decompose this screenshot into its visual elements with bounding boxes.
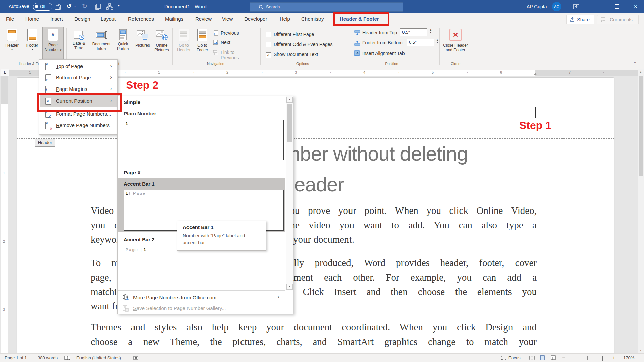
tab-developer[interactable]: Developer [244,16,267,22]
close-header-footer-button[interactable]: × Close Header and Footer [442,27,469,61]
group-label-options: Options [289,62,316,66]
ruler-number: 7 [569,70,571,74]
autosave-state: Off [40,4,45,9]
zoom-out-button[interactable]: − [562,354,565,360]
header-boundary-line [17,138,614,139]
qat-customize-icon[interactable]: ▾ [118,4,120,7]
page-indicator[interactable]: Page 1 of 1 [5,355,27,360]
footer-button[interactable]: Footer ▾ [23,27,42,60]
macro-record-icon[interactable] [133,356,138,360]
different-odd-even-option[interactable]: Different Odd & Even Pages [266,42,271,49]
header-from-top-input[interactable]: 0.5" [400,28,427,36]
goto-footer-label-2: Footer [194,48,211,52]
header-from-top-stepper[interactable]: ▴▾ [430,28,431,34]
scrollbar-thumb[interactable] [639,76,643,176]
footer-from-bottom-input[interactable]: 0.5" [407,39,434,46]
gallery-scrollbar[interactable]: ▴ ▾ [286,96,293,290]
focus-label[interactable]: Focus [508,355,520,360]
copy-icon[interactable] [95,3,101,10]
page-number-button[interactable]: # Page Number ▾ [42,27,64,60]
read-mode-icon[interactable] [529,356,535,360]
scroll-down-icon[interactable]: ▾ [640,349,641,352]
language-indicator[interactable]: English (United States) [76,355,121,360]
close-window-button[interactable]: × [628,0,643,13]
search-input[interactable]: Search [250,2,403,12]
comments-button[interactable]: Comments [597,15,639,24]
gallery-item-accent-bar-2[interactable]: Page | 1 [124,246,281,290]
date-time-label-2: Time [69,46,89,50]
avatar[interactable]: AG [552,2,561,11]
restore-button[interactable] [609,0,625,13]
more-page-numbers-item[interactable]: More Page Numbers from Office.com › [118,293,285,303]
undo-chevron-icon[interactable]: ▾ [74,5,76,8]
header-button-label: Header [3,43,21,48]
footer-from-bottom-stepper[interactable]: ▴▾ [437,39,438,44]
pictures-label: Pictures [134,43,151,48]
ruler-number: 1 [3,171,5,175]
collapse-ribbon-icon[interactable]: ⌃ [633,61,637,66]
proofing-icon[interactable] [64,356,70,360]
word-count[interactable]: 380 words [38,355,58,360]
tab-home[interactable]: Home [25,16,39,22]
menu-item-bottom-of-page[interactable]: # Bottom of Page › [40,72,117,83]
gallery-item-plain-number[interactable]: 1 [124,120,284,160]
tab-design[interactable]: Design [74,16,90,22]
header-button[interactable]: Header ▾ [3,27,21,60]
different-first-page-option[interactable]: Different First Page [266,32,271,39]
paragraph-3: Themes and styles also help keep your do… [91,322,537,353]
online-pictures-button[interactable]: Online Pictures [153,27,170,60]
link-to-previous-icon [213,50,219,56]
show-document-text-option[interactable]: ✓ Show Document Text [266,52,271,58]
tab-mailings[interactable]: Mailings [165,16,183,22]
title-bar: AutoSave Off ↺ ▾ ↻ ▾ Document1 - Word Se… [0,0,644,13]
ribbon-display-options-icon[interactable] [573,3,580,10]
pictures-button[interactable]: Pictures [134,27,151,60]
save-icon[interactable] [54,3,61,10]
tab-selector[interactable]: L [1,69,9,76]
share-button[interactable]: Share [566,15,594,24]
document-info-button[interactable]: Document Info ▾ [91,27,112,60]
tab-references[interactable]: References [128,16,154,22]
close-header-footer-icon: × [449,29,462,41]
date-time-button[interactable]: Date & Time [69,27,89,60]
zoom-slider-thumb[interactable] [600,356,603,361]
vertical-ruler[interactable]: 1 2 3 [1,76,8,353]
tab-view[interactable]: View [222,16,233,22]
different-first-page-checkbox[interactable] [266,32,271,37]
focus-icon[interactable] [501,356,506,360]
ruler-number: 4 [363,70,365,74]
right-indent-marker[interactable] [534,73,537,75]
gallery-scrollbar-thumb[interactable] [287,104,292,142]
zoom-slider-track[interactable] [568,358,610,358]
scroll-up-icon[interactable]: ▴ [640,70,641,73]
date-time-label-1: Date & [69,41,89,46]
web-layout-icon[interactable] [551,355,556,360]
gallery-scroll-down-icon[interactable]: ▾ [286,284,293,290]
minimize-button[interactable] [590,0,606,13]
submenu-arrow-icon: › [277,294,279,300]
undo-icon[interactable]: ↺ [66,2,72,10]
print-layout-icon[interactable] [540,355,545,360]
group-separator [260,28,261,65]
zoom-in-button[interactable]: + [612,355,615,360]
gallery-scroll-up-icon[interactable]: ▴ [286,97,293,103]
different-odd-even-checkbox[interactable] [266,42,271,47]
show-document-text-checkbox[interactable]: ✓ [266,52,271,58]
menu-item-remove-page-numbers[interactable]: #× Remove Page Numbers [40,120,117,131]
hierarchy-icon[interactable] [106,3,113,10]
header-from-top-icon [354,30,360,36]
user-name[interactable]: AP Gupta [527,4,547,9]
tab-insert[interactable]: Insert [50,16,63,22]
autosave-toggle[interactable]: Off [33,3,52,11]
menu-item-top-of-page[interactable]: # Top of Page › [40,61,117,72]
tab-file[interactable]: File [6,16,14,22]
tab-layout[interactable]: Layout [101,16,116,22]
quick-parts-button[interactable]: Quick Parts ▾ [114,27,132,60]
body-line: new theme. When you apply styles, your h… [91,351,537,353]
tab-help[interactable]: Help [280,16,290,22]
zoom-percentage[interactable]: 170% [623,355,634,360]
document-scrollbar[interactable]: ▴ ▾ [638,69,644,353]
tab-chemistry[interactable]: Chemistry [301,16,324,22]
tab-review[interactable]: Review [195,16,212,22]
goto-footer-button[interactable]: Go to Footer [194,27,211,60]
